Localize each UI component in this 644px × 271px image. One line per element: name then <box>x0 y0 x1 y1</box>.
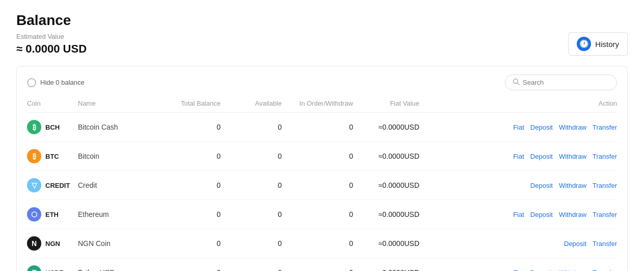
col-header-coin: Coin <box>27 96 78 113</box>
coin-icon-eth: ⬡ <box>27 207 41 221</box>
action-cell: FiatDepositWithdrawTransfer <box>419 113 617 142</box>
action-withdraw-bch[interactable]: Withdraw <box>559 124 586 131</box>
action-transfer-usdt[interactable]: Transfer <box>593 269 617 271</box>
action-transfer-btc[interactable]: Transfer <box>593 153 617 160</box>
total-balance: 0 <box>159 229 221 258</box>
history-icon: 🕐 <box>577 37 591 51</box>
coin-cell-bch: ₿ BCH <box>27 113 78 142</box>
action-cell: FiatDepositWithdrawTransfer <box>419 142 617 171</box>
fiat-value: ≈0.0000USD <box>353 258 419 272</box>
inorder-balance: 0 <box>282 258 353 272</box>
coin-name: Bitcoin Cash <box>78 113 159 142</box>
page-title: Balance <box>16 12 87 29</box>
action-deposit-bch[interactable]: Deposit <box>530 124 553 131</box>
search-box[interactable] <box>505 75 617 90</box>
history-button-label: History <box>595 40 619 48</box>
balance-table-container: Hide 0 balance Coin Name Total Balance A… <box>16 66 628 271</box>
action-transfer-ngn[interactable]: Transfer <box>593 240 617 248</box>
estimated-label: Estimated Value <box>16 33 87 40</box>
coin-name: Tether USD <box>78 258 159 272</box>
coin-cell-usdt: T USDT <box>27 258 78 272</box>
action-cell: FiatDepositWithdrawTransfer <box>419 200 617 229</box>
coin-name: Ethereum <box>78 200 159 229</box>
hide-balance-toggle[interactable]: Hide 0 balance <box>27 78 85 87</box>
coin-ticker: USDT <box>45 269 63 272</box>
action-cell: DepositWithdrawTransfer <box>419 171 617 200</box>
col-header-available: Available <box>221 96 282 113</box>
table-row: ₿ BTC Bitcoin000≈0.0000USDFiatDepositWit… <box>27 142 617 171</box>
total-balance: 0 <box>159 258 221 272</box>
coin-ticker: BCH <box>45 124 60 131</box>
coin-ticker: CREDIT <box>45 182 70 189</box>
coin-icon-usdt: T <box>27 265 41 271</box>
action-withdraw-eth[interactable]: Withdraw <box>559 211 586 218</box>
total-balance: 0 <box>159 113 221 142</box>
total-balance: 0 <box>159 200 221 229</box>
action-fiat-eth[interactable]: Fiat <box>513 211 524 218</box>
estimated-value: ≈ 0.0000 USD <box>16 42 87 56</box>
action-fiat-usdt[interactable]: Fiat <box>513 269 524 271</box>
coin-icon-ngn: N <box>27 236 41 251</box>
inorder-balance: 0 <box>282 113 353 142</box>
action-cell: DepositTransfer <box>419 229 617 258</box>
hide-balance-icon <box>27 78 36 87</box>
toolbar: Hide 0 balance <box>27 75 617 90</box>
coin-ticker: ETH <box>45 211 59 218</box>
action-withdraw-credit[interactable]: Withdraw <box>559 182 586 189</box>
action-deposit-btc[interactable]: Deposit <box>530 153 553 160</box>
available-balance: 0 <box>221 258 282 272</box>
available-balance: 0 <box>221 200 282 229</box>
table-row: ▽ CREDIT Credit000≈0.0000USDDepositWithd… <box>27 171 617 200</box>
coin-name: NGN Coin <box>78 229 159 258</box>
available-balance: 0 <box>221 229 282 258</box>
action-withdraw-usdt[interactable]: Withdraw <box>559 269 586 271</box>
action-deposit-usdt[interactable]: Deposit <box>530 269 553 271</box>
table-row: ⬡ ETH Ethereum000≈0.0000USDFiatDepositWi… <box>27 200 617 229</box>
coin-icon-btc: ₿ <box>27 149 41 163</box>
coin-name: Credit <box>78 171 159 200</box>
fiat-value: ≈0.0000USD <box>353 142 419 171</box>
coin-cell-eth: ⬡ ETH <box>27 200 78 229</box>
action-transfer-eth[interactable]: Transfer <box>593 211 617 218</box>
inorder-balance: 0 <box>282 171 353 200</box>
action-fiat-bch[interactable]: Fiat <box>513 124 524 131</box>
coin-cell-ngn: N NGN <box>27 229 78 258</box>
history-button[interactable]: 🕐 History <box>568 32 628 56</box>
fiat-value: ≈0.0000USD <box>353 171 419 200</box>
svg-line-1 <box>518 83 520 85</box>
coin-ticker: BTC <box>45 153 59 160</box>
action-deposit-ngn[interactable]: Deposit <box>564 240 586 248</box>
col-header-name: Name <box>78 96 159 113</box>
coin-cell-credit: ▽ CREDIT <box>27 171 78 200</box>
action-fiat-btc[interactable]: Fiat <box>513 153 524 160</box>
inorder-balance: 0 <box>282 200 353 229</box>
col-header-inorder: In Order/Withdraw <box>282 96 353 113</box>
col-header-total: Total Balance <box>159 96 221 113</box>
action-transfer-bch[interactable]: Transfer <box>593 124 617 131</box>
hide-balance-label: Hide 0 balance <box>40 79 85 86</box>
coin-name: Bitcoin <box>78 142 159 171</box>
fiat-value: ≈0.0000USD <box>353 113 419 142</box>
action-withdraw-btc[interactable]: Withdraw <box>559 153 586 160</box>
coin-cell-btc: ₿ BTC <box>27 142 78 171</box>
table-row: ₿ BCH Bitcoin Cash000≈0.0000USDFiatDepos… <box>27 113 617 142</box>
search-input[interactable] <box>523 79 609 86</box>
available-balance: 0 <box>221 113 282 142</box>
total-balance: 0 <box>159 171 221 200</box>
col-header-fiat: Fiat Value <box>353 96 419 113</box>
col-header-action: Action <box>419 96 617 113</box>
coin-icon-bch: ₿ <box>27 120 41 134</box>
search-icon <box>513 78 520 87</box>
action-deposit-eth[interactable]: Deposit <box>530 211 553 218</box>
action-cell: FiatDepositWithdrawTransfer <box>419 258 617 272</box>
balance-table: Coin Name Total Balance Available In Ord… <box>27 96 617 271</box>
coin-icon-credit: ▽ <box>27 178 41 192</box>
inorder-balance: 0 <box>282 229 353 258</box>
fiat-value: ≈0.0000USD <box>353 200 419 229</box>
fiat-value: ≈0.0000USD <box>353 229 419 258</box>
table-row: N NGN NGN Coin000≈0.0000USDDepositTransf… <box>27 229 617 258</box>
action-transfer-credit[interactable]: Transfer <box>593 182 617 189</box>
available-balance: 0 <box>221 142 282 171</box>
action-deposit-credit[interactable]: Deposit <box>530 182 553 189</box>
total-balance: 0 <box>159 142 221 171</box>
